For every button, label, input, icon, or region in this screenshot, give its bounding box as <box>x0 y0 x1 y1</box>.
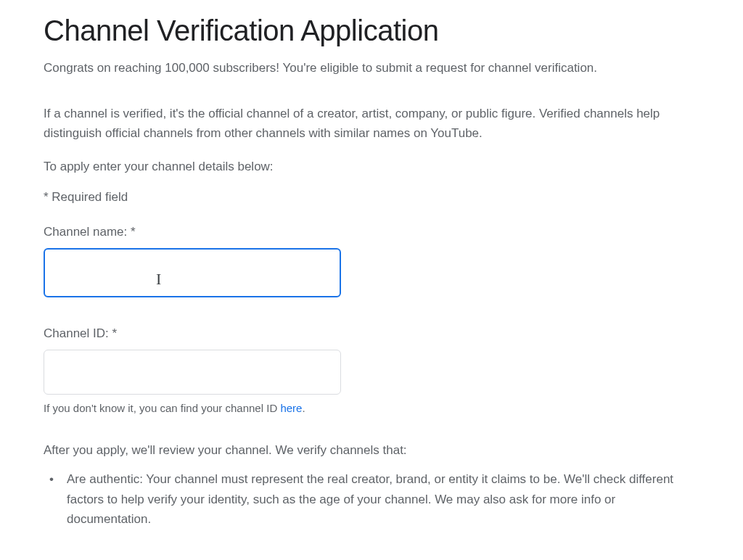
required-field-note: * Required field <box>44 190 699 205</box>
review-heading: After you apply, we'll review your chann… <box>44 443 699 458</box>
channel-name-label: Channel name: * <box>44 225 699 239</box>
find-channel-id-link[interactable]: here <box>280 402 302 414</box>
instruction-text: To apply enter your channel details belo… <box>44 157 699 176</box>
channel-id-label: Channel ID: * <box>44 326 699 341</box>
channel-name-group: Channel name: * <box>44 225 699 297</box>
help-text-suffix: . <box>302 402 305 414</box>
list-item: Are authentic: Your channel must represe… <box>61 469 699 529</box>
page-title: Channel Verification Application <box>44 15 699 47</box>
intro-text: Congrats on reaching 100,000 subscribers… <box>44 59 699 78</box>
review-criteria-list: Are authentic: Your channel must represe… <box>44 469 699 529</box>
channel-id-help: If you don't know it, you can find your … <box>44 402 699 414</box>
description-text: If a channel is verified, it's the offic… <box>44 104 699 143</box>
channel-id-group: Channel ID: * If you don't know it, you … <box>44 326 699 414</box>
channel-id-input[interactable] <box>44 350 341 395</box>
channel-name-input[interactable] <box>44 248 341 297</box>
help-text-prefix: If you don't know it, you can find your … <box>44 402 280 414</box>
